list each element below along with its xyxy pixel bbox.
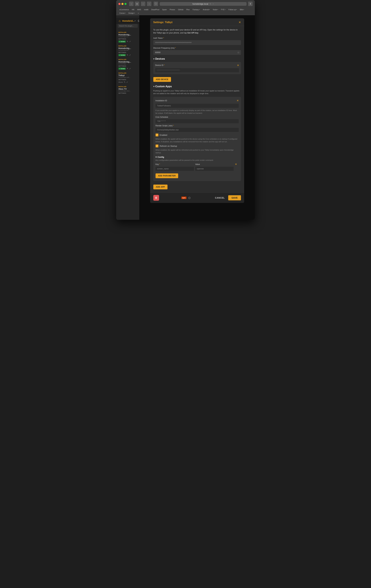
back-button[interactable]: ‹: [129, 2, 134, 6]
share-button[interactable]: ⬆: [248, 2, 253, 6]
maximize-traffic-light[interactable]: [124, 3, 127, 5]
value-column-label: Value: [195, 163, 234, 165]
remove-device-button[interactable]: ✕: [237, 64, 239, 67]
back-nav-button[interactable]: ‹: [141, 2, 145, 6]
info-button[interactable]: ⓘ: [154, 2, 158, 6]
edit-icon[interactable]: ✎: [127, 54, 128, 56]
tab-reddit[interactable]: reddit: [143, 8, 149, 11]
auth-token-input[interactable]: [153, 40, 241, 45]
installation-id-label: Installation ID: [156, 100, 167, 102]
discover-frequency-label: Discover Frequency (ms) *: [153, 47, 241, 49]
external-link-icon[interactable]: ⤢: [126, 81, 128, 83]
tab-ecommerce[interactable]: eCommerce: [118, 8, 130, 11]
footer-left: 🗑: [153, 195, 159, 201]
plugin-settings-link[interactable]: SETTINGS: [118, 92, 137, 94]
delete-button[interactable]: 🗑: [153, 195, 159, 201]
tab-photos[interactable]: Photos: [169, 8, 176, 11]
url-text: homebridge.local: [192, 3, 208, 5]
plugin-status: Installed: [118, 45, 137, 47]
plugin-settings-link[interactable]: SETTINGS: [118, 79, 137, 80]
tab-spam[interactable]: Spam: [161, 8, 168, 11]
tab-plex[interactable]: Plex: [185, 8, 191, 11]
chevron-down-icon[interactable]: ▾: [153, 85, 154, 88]
search-placeholder: Search for plugin...: [119, 25, 134, 27]
nav-controls: ‹ ⊞: [129, 2, 139, 6]
plugin-status: Installed: [118, 86, 137, 87]
modal-header: Settings: Tidbyt ✕: [150, 18, 244, 26]
refresh-on-startup-checkbox[interactable]: ✓: [156, 145, 158, 147]
homebridge-brand: ⌂ Homebrid...: [119, 19, 134, 23]
required-indicator: *: [163, 37, 164, 39]
save-button[interactable]: SAVE: [228, 195, 241, 200]
search-plugins-input[interactable]: Search for plugin...: [118, 24, 138, 28]
config-table-header: Key * Value ✕: [156, 163, 239, 166]
tab-hn[interactable]: HN: [131, 8, 135, 11]
config-row: screen_name npenree: [156, 167, 239, 171]
close-modal-button[interactable]: ✕: [239, 21, 241, 24]
checkmark-icon: ✓: [156, 145, 158, 147]
main-content: Settings: Tidbyt ✕ To use this plugin, y…: [139, 15, 255, 220]
enabled-checkbox[interactable]: ✓: [156, 134, 158, 136]
add-device-button[interactable]: ADD DEVICE: [153, 77, 171, 82]
edit-icon[interactable]: ✎: [124, 81, 125, 83]
tabs-bar: eCommerce HN AWS reddit DwarfPool Spam P…: [116, 8, 255, 15]
remove-config-row-button[interactable]: ✕: [235, 163, 237, 166]
plugin-settings-link[interactable]: SETTINGS: [118, 65, 137, 67]
tab-design[interactable]: Design▾: [128, 12, 136, 14]
discover-frequency-field-wrap: ⊟: [153, 50, 241, 55]
homebridge-topbar: ⌂ Homebrid... ⌖ ⏻ ⋮: [116, 18, 139, 24]
close-traffic-light[interactable]: [118, 3, 120, 5]
trash-icon: 🗑: [155, 196, 158, 199]
discover-frequency-input[interactable]: [153, 50, 241, 55]
tab-fantasy[interactable]: Fantasy▾: [191, 8, 201, 11]
homebridge-name: Homebrid...: [122, 20, 134, 22]
tab-android[interactable]: Android▾: [202, 8, 211, 11]
remove-app-button[interactable]: ✕: [237, 99, 239, 102]
npm-badge[interactable]: npm: [181, 197, 187, 199]
chevron-down-icon[interactable]: ▾: [156, 156, 157, 158]
key-column-label: Key *: [156, 163, 194, 165]
address-bar[interactable]: homebridge.local ↻ +: [160, 2, 247, 6]
more-tabs-button[interactable]: »: [137, 12, 140, 14]
add-parameter-button[interactable]: ADD PARAMETER: [156, 173, 178, 178]
refresh-on-startup-description: When enabled, the applet will be refresh…: [156, 149, 239, 154]
verified-badge: ✓ Verified: [118, 68, 126, 70]
plugin-settings-link[interactable]: SETTINGS: [118, 38, 137, 40]
config-description: Any configuration parameters will be pas…: [156, 159, 239, 161]
render-script-value: /home/pi/tidbyt/twitter.star: [156, 128, 239, 132]
tab-fye[interactable]: FYE▾: [220, 8, 226, 11]
tab-node[interactable]: Node▾: [212, 8, 219, 11]
modal-footer: 🗑 npm ⊙ CANCEL SAVE: [150, 193, 244, 203]
grid-button[interactable]: ⊞: [135, 2, 139, 6]
app-card-header: Installation ID ✕: [156, 99, 239, 102]
tab-bills[interactable]: Bills▾: [239, 8, 245, 11]
github-icon[interactable]: ⊙: [188, 196, 191, 200]
tab-aws[interactable]: AWS: [136, 8, 142, 11]
plugin-status: Installed: [118, 32, 137, 33]
external-link-icon[interactable]: ⤢: [129, 67, 131, 70]
installation-id-description: If you would like your applet to contino…: [156, 109, 239, 114]
tab-cocoa[interactable]: Cocoa▾: [118, 12, 127, 14]
external-link-icon[interactable]: ⤢: [129, 40, 131, 42]
plugin-sub: homebridge-co...: [118, 36, 137, 38]
minimize-traffic-light[interactable]: [121, 3, 123, 5]
add-tab-icon[interactable]: +: [213, 3, 214, 5]
tab-github[interactable]: GitHub: [177, 8, 184, 11]
modal-description: To use this plugin, you'll need your dev…: [153, 28, 241, 34]
required-indicator: *: [173, 125, 174, 127]
edit-icon[interactable]: ✎: [127, 40, 128, 42]
cancel-button[interactable]: CANCEL: [213, 196, 227, 200]
plugin-settings-link[interactable]: SETTINGS: [118, 52, 137, 53]
edit-icon[interactable]: ✎: [127, 67, 128, 70]
modal-body[interactable]: To use this plugin, you'll need your dev…: [150, 26, 244, 193]
refresh-icon[interactable]: ↻: [210, 3, 211, 5]
external-link-icon[interactable]: ⤢: [129, 54, 131, 56]
chevron-down-icon: ▾: [199, 9, 200, 10]
add-app-button[interactable]: ADD APP: [153, 185, 168, 189]
chevron-down-icon[interactable]: ▾: [153, 58, 154, 60]
tab-follow-up[interactable]: Follow up▾: [227, 8, 238, 11]
refresh-on-startup-label: Refresh on Startup: [160, 145, 177, 147]
tab-dwarfpool[interactable]: DwarfPool: [150, 8, 160, 11]
forward-nav-button[interactable]: ›: [147, 2, 151, 6]
signal-icon[interactable]: ⌖: [134, 20, 136, 22]
